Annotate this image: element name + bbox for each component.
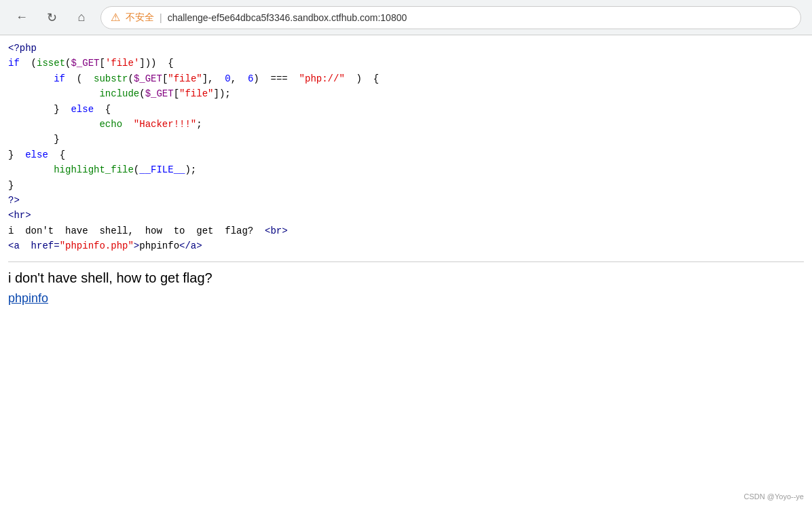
- hr-tag: <hr>: [8, 210, 31, 221]
- php-close-tag: ?>: [8, 195, 20, 206]
- code-line-3: if ( substr($_GET["file"], 0, 6) === "ph…: [8, 71, 804, 86]
- home-button[interactable]: ⌂: [71, 7, 92, 29]
- code-line-1: <?php: [8, 41, 804, 56]
- phpinfo-link[interactable]: phpinfo: [8, 291, 48, 305]
- code-line-14: <a href="phpinfo.php">phpinfo</a>: [8, 238, 804, 253]
- a-close-tag: >: [134, 240, 139, 251]
- code-line-5: } else {: [8, 102, 804, 117]
- back-button[interactable]: ←: [11, 7, 33, 29]
- home-icon: ⌂: [78, 10, 86, 24]
- source-code-block: <?php if (isset($_GET['file'])) { if ( s…: [8, 41, 804, 253]
- reload-icon: ↻: [47, 10, 57, 25]
- php-open-tag: <?php: [8, 43, 37, 54]
- code-line-4: include($_GET["file"]);: [8, 86, 804, 101]
- insecure-label: 不安全: [126, 12, 154, 24]
- code-line-2: if (isset($_GET['file'])) {: [8, 56, 804, 71]
- a-end-tag: </a>: [179, 240, 202, 251]
- code-line-7: }: [8, 132, 804, 147]
- code-line-9: highlight_file(__FILE__);: [8, 162, 804, 177]
- warning-icon: ⚠: [111, 11, 120, 24]
- code-line-12: <hr>: [8, 208, 804, 223]
- code-line-13: i don't have shell, how to get flag? <br…: [8, 223, 804, 238]
- separator: |: [160, 12, 162, 23]
- a-open-tag: <a href=: [8, 240, 60, 251]
- page-content: <?php if (isset($_GET['file'])) { if ( s…: [0, 35, 812, 311]
- browser-chrome: ← ↻ ⌂ ⚠ 不安全 | challenge-ef5e64dbca5f3346…: [0, 0, 812, 35]
- br-tag: <br>: [265, 225, 288, 236]
- url-text: challenge-ef5e64dbca5f3346.sandbox.ctfhu…: [168, 12, 407, 23]
- reload-button[interactable]: ↻: [41, 7, 62, 29]
- code-line-10: }: [8, 178, 804, 193]
- back-icon: ←: [16, 10, 28, 24]
- code-line-11: ?>: [8, 193, 804, 208]
- code-line-6: echo "Hacker!!!";: [8, 117, 804, 132]
- address-bar[interactable]: ⚠ 不安全 | challenge-ef5e64dbca5f3346.sandb…: [100, 6, 801, 29]
- rendered-output: i don't have shell, how to get flag? php…: [8, 261, 804, 306]
- code-line-8: } else {: [8, 147, 804, 162]
- rendered-text: i don't have shell, how to get flag?: [8, 270, 804, 286]
